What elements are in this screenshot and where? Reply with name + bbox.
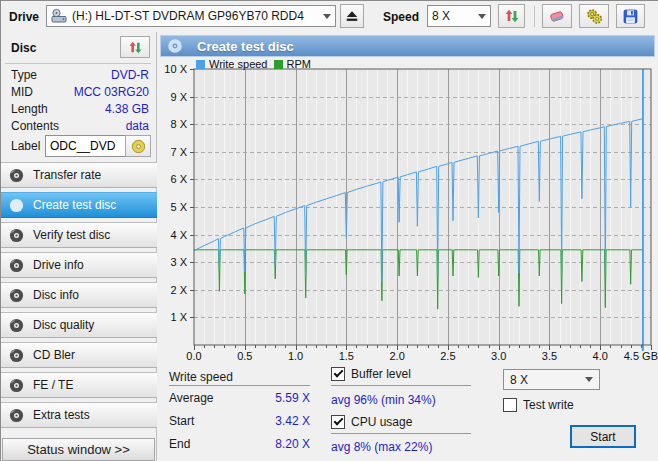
buffer-stats: avg 96% (min 34%) (331, 393, 436, 407)
label-caption: Label (11, 139, 40, 153)
refresh-button[interactable] (498, 4, 525, 28)
stat-label: Average (169, 391, 213, 405)
gears-icon (586, 8, 603, 25)
svg-text:2.5: 2.5 (440, 350, 455, 362)
settings-button[interactable] (579, 4, 609, 28)
buffer-level-checkbox[interactable] (331, 367, 345, 381)
write-speed-header: Write speed (169, 370, 233, 384)
svg-text:3 X: 3 X (170, 256, 187, 268)
sidebar-item-label: Disc info (33, 288, 79, 302)
sidebar-item-verify-test-disc[interactable]: Verify test disc (1, 222, 157, 248)
sidebar-item-disc-info[interactable]: Disc info (1, 282, 157, 308)
disc-label-button[interactable] (125, 135, 151, 157)
disc-icon (9, 228, 24, 243)
chevron-down-icon (323, 14, 331, 19)
eject-icon (345, 9, 359, 23)
stat-row: Average5.59 X (169, 391, 310, 414)
stat-row: Start3.42 X (169, 414, 310, 437)
disc-icon (167, 38, 183, 54)
disc-info-label: MID (11, 84, 33, 101)
sidebar-item-fe-te[interactable]: FE / TE (1, 372, 157, 398)
sidebar-item-label: Extra tests (33, 408, 90, 422)
cpu-stats: avg 8% (max 22%) (331, 440, 432, 454)
sidebar-item-disc-quality[interactable]: Disc quality (1, 312, 157, 338)
page-title-bar: Create test disc (160, 35, 655, 57)
disc-info-row: Contentsdata (1, 118, 157, 135)
disc-info-label: Contents (11, 118, 59, 135)
svg-text:9 X: 9 X (170, 91, 187, 103)
disc-label-input[interactable] (45, 135, 127, 157)
speed-select-top[interactable]: 8 X (427, 5, 491, 27)
status-window-button[interactable]: Status window >> (2, 438, 155, 461)
svg-text:0.5: 0.5 (237, 350, 252, 362)
svg-text:8 X: 8 X (170, 118, 187, 130)
disc-icon (9, 378, 24, 393)
sidebar-menu: Transfer rateCreate test discVerify test… (1, 162, 157, 432)
svg-text:1.5: 1.5 (339, 350, 354, 362)
sidebar-item-drive-info[interactable]: Drive info (1, 252, 157, 278)
legend-label: RPM (287, 58, 311, 70)
disc-info-row: MIDMCC 03RG20 (1, 84, 157, 101)
write-speed-stats: Average5.59 XStart3.42 XEnd8.20 X (169, 391, 310, 460)
cd-icon (131, 139, 146, 154)
stat-value: 5.59 X (275, 391, 310, 405)
chevron-down-icon (585, 377, 593, 382)
divider (331, 433, 471, 434)
start-button[interactable]: Start (570, 425, 636, 448)
save-button[interactable] (616, 4, 645, 28)
chart-svg: 0.00.51.01.52.02.53.03.54.04.5 GB10 X9 X… (157, 56, 658, 364)
speed-label: Speed (383, 10, 419, 24)
legend-label: Write speed (209, 58, 268, 70)
erase-button[interactable] (542, 4, 572, 28)
svg-text:6 X: 6 X (170, 173, 187, 185)
speed-select-top-value: 8 X (432, 9, 450, 23)
disc-info-list: TypeDVD-RMIDMCC 03RG20Length4.38 GBConte… (1, 67, 157, 135)
test-write-row: Test write (503, 398, 574, 412)
sidebar-item-extra-tests[interactable]: Extra tests (1, 402, 157, 428)
main-panel: Create test disc Write speedRPM 0.00.51.… (157, 32, 658, 461)
disc-info-row: TypeDVD-R (1, 67, 157, 84)
disc-info-value: DVD-R (111, 67, 149, 84)
svg-text:4.0: 4.0 (593, 350, 608, 362)
disc-icon (9, 348, 24, 363)
divider (169, 385, 310, 386)
legend-swatch (274, 60, 283, 69)
test-write-label: Test write (523, 398, 574, 412)
toolbar-separator (534, 6, 535, 27)
legend-item: RPM (274, 58, 311, 70)
sidebar-item-create-test-disc[interactable]: Create test disc (1, 192, 157, 218)
sidebar-item-cd-bler[interactable]: CD Bler (1, 342, 157, 368)
sidebar-item-transfer-rate[interactable]: Transfer rate (1, 162, 157, 188)
buffer-level-label: Buffer level (351, 367, 411, 381)
disc-icon (9, 258, 24, 273)
speed-select-bottom[interactable]: 8 X (503, 369, 600, 390)
refresh-icon (128, 40, 143, 55)
drive-select[interactable]: (H:) HL-DT-ST DVDRAM GP96YB70 RDD4 (46, 5, 336, 27)
stat-row: End8.20 X (169, 437, 310, 460)
svg-text:4.5 GB: 4.5 GB (624, 350, 658, 362)
disc-icon (9, 408, 24, 423)
chart-legend: Write speedRPM (196, 58, 311, 70)
buffer-level-row: Buffer level (331, 367, 411, 381)
drive-select-value: (H:) HL-DT-ST DVDRAM GP96YB70 RDD4 (72, 9, 304, 23)
disc-info-value: data (126, 118, 149, 135)
sidebar-item-label: Transfer rate (33, 168, 101, 182)
save-icon (622, 8, 639, 25)
drive-icon (51, 8, 67, 24)
cpu-usage-checkbox[interactable] (331, 415, 345, 429)
disc-icon (9, 318, 24, 333)
svg-text:2.0: 2.0 (389, 350, 404, 362)
sidebar: Disc TypeDVD-RMIDMCC 03RG20Length4.38 GB… (1, 32, 157, 461)
divider (331, 385, 471, 386)
chart: 0.00.51.01.52.02.53.03.54.04.5 GB10 X9 X… (157, 56, 658, 364)
disc-info-label: Length (11, 101, 48, 118)
speed-select-bottom-value: 8 X (510, 373, 528, 387)
svg-text:4 X: 4 X (170, 229, 187, 241)
svg-text:3.0: 3.0 (491, 350, 506, 362)
toolbar: Drive (H:) HL-DT-ST DVDRAM GP96YB70 RDD4… (1, 1, 658, 33)
eject-button[interactable] (340, 4, 364, 28)
disc-info-row: Length4.38 GB (1, 101, 157, 118)
sidebar-item-label: CD Bler (33, 348, 75, 362)
test-write-checkbox[interactable] (503, 398, 517, 412)
disc-refresh-button[interactable] (120, 36, 150, 58)
